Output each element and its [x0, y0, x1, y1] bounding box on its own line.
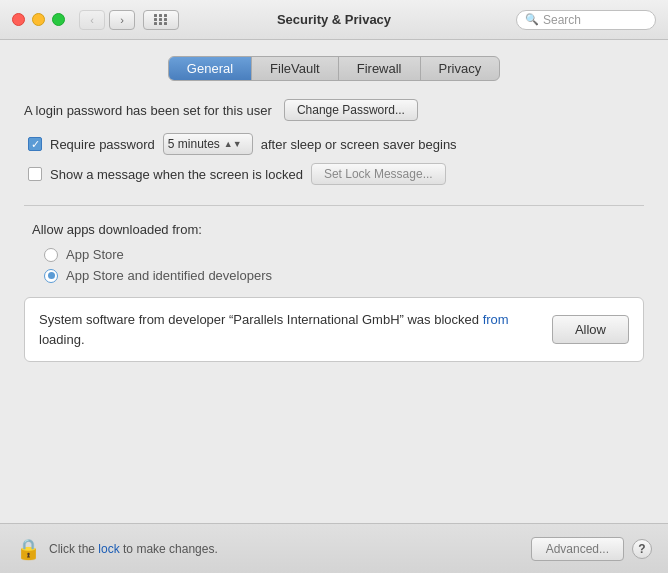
require-password-checkbox[interactable]: [28, 137, 42, 151]
radio-app-store[interactable]: [44, 248, 58, 262]
change-password-button[interactable]: Change Password...: [284, 99, 418, 121]
radio-app-store-identified[interactable]: [44, 269, 58, 283]
require-password-row: Require password 5 minutes ▲▼ after slee…: [28, 133, 644, 155]
login-password-label: A login password has been set for this u…: [24, 103, 272, 118]
title-bar: ‹ › Security & Privacy 🔍 Search: [0, 0, 668, 40]
minimize-button[interactable]: [32, 13, 45, 26]
back-button[interactable]: ‹: [79, 10, 105, 30]
forward-button[interactable]: ›: [109, 10, 135, 30]
lock-text-after: to make changes.: [120, 542, 218, 556]
nav-buttons: ‹ ›: [79, 10, 135, 30]
show-message-checkbox[interactable]: [28, 167, 42, 181]
lock-text: Click the lock to make changes.: [49, 542, 218, 556]
after-sleep-label: after sleep or screen saver begins: [261, 137, 457, 152]
tabs-container: General FileVault Firewall Privacy: [168, 56, 500, 81]
tab-firewall[interactable]: Firewall: [339, 57, 421, 80]
radio-app-store-identified-label: App Store and identified developers: [66, 268, 272, 283]
lock-text-word: lock: [98, 542, 119, 556]
window-title: Security & Privacy: [277, 12, 391, 27]
bottom-right: Advanced... ?: [531, 537, 652, 561]
advanced-button[interactable]: Advanced...: [531, 537, 624, 561]
dropdown-value: 5 minutes: [168, 137, 220, 151]
require-password-label: Require password: [50, 137, 155, 152]
grid-button[interactable]: [143, 10, 179, 30]
system-software-box: System software from developer “Parallel…: [24, 297, 644, 362]
show-message-label: Show a message when the screen is locked: [50, 167, 303, 182]
set-lock-message-button[interactable]: Set Lock Message...: [311, 163, 446, 185]
lock-text-before: Click the: [49, 542, 98, 556]
search-input[interactable]: Search: [543, 13, 581, 27]
section-divider: [24, 205, 644, 206]
show-message-row: Show a message when the screen is locked…: [28, 163, 644, 185]
login-password-row: A login password has been set for this u…: [24, 99, 644, 121]
tab-general[interactable]: General: [169, 57, 252, 80]
radio-app-store-row: App Store: [44, 247, 644, 262]
tab-filevault[interactable]: FileVault: [252, 57, 339, 80]
system-software-text-2: loading.: [39, 332, 85, 347]
main-content: General FileVault Firewall Privacy A log…: [0, 40, 668, 523]
bottom-bar: 🔒 Click the lock to make changes. Advanc…: [0, 523, 668, 573]
system-software-text: System software from developer “Parallel…: [39, 310, 540, 349]
traffic-lights: [12, 13, 65, 26]
radio-app-store-identified-row: App Store and identified developers: [44, 268, 644, 283]
lock-icon-area: 🔒 Click the lock to make changes.: [16, 537, 218, 561]
search-bar[interactable]: 🔍 Search: [516, 10, 656, 30]
dropdown-arrows-icon: ▲▼: [224, 140, 242, 149]
allow-button[interactable]: Allow: [552, 315, 629, 344]
system-software-text-1: System software from developer “Parallel…: [39, 312, 483, 327]
require-password-dropdown[interactable]: 5 minutes ▲▼: [163, 133, 253, 155]
lock-icon: 🔒: [16, 537, 41, 561]
tab-privacy[interactable]: Privacy: [421, 57, 500, 80]
allow-apps-label: Allow apps downloaded from:: [32, 222, 644, 237]
help-button[interactable]: ?: [632, 539, 652, 559]
radio-app-store-label: App Store: [66, 247, 124, 262]
search-icon: 🔍: [525, 13, 539, 26]
maximize-button[interactable]: [52, 13, 65, 26]
system-software-from: from: [483, 312, 509, 327]
tab-bar: General FileVault Firewall Privacy: [24, 56, 644, 81]
close-button[interactable]: [12, 13, 25, 26]
